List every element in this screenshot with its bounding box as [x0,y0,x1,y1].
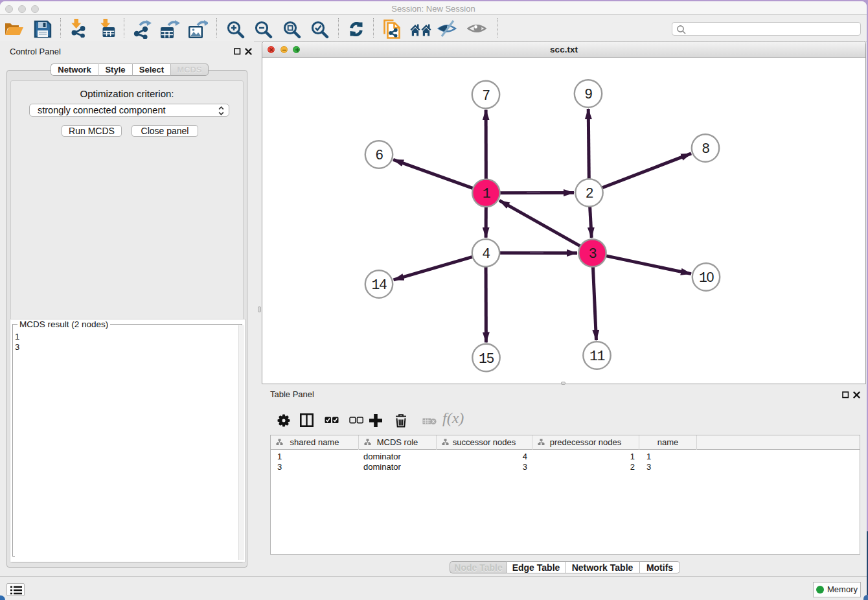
svg-text:4: 4 [482,246,490,262]
svg-text:6: 6 [375,148,383,163]
svg-text:14: 14 [372,277,387,293]
svg-text:2: 2 [586,186,593,202]
svg-text:15: 15 [479,351,494,367]
svg-text:3: 3 [589,246,597,262]
svg-text:10: 10 [699,270,714,286]
svg-text:9: 9 [584,87,592,102]
svg-text:7: 7 [482,88,490,104]
svg-text:11: 11 [589,349,604,364]
svg-text:8: 8 [702,141,709,157]
svg-text:1: 1 [483,186,490,202]
